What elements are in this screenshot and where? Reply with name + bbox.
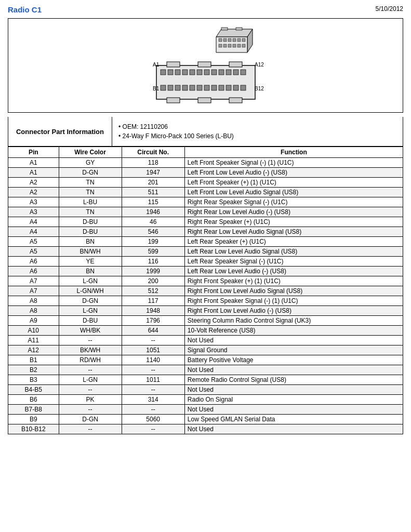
table-cell: 200 [122,276,184,286]
table-cell: D-GN [59,296,122,306]
table-cell: Right Rear Speaker Signal (-) (U1C) [184,197,403,207]
table-cell: L-GN [59,276,122,286]
table-cell: A2 [8,178,59,188]
svg-rect-23 [229,98,242,103]
oem-info: OEM: 12110206 24-Way F Micro-Pack 100 Se… [112,117,403,146]
table-row: A8D-GN117Right Front Speaker Signal (-) … [8,296,403,306]
table-row: A6BN1999Left Rear Low Level Audio (-) (U… [8,267,403,276]
table-cell: 1999 [122,267,184,276]
svg-rect-30 [204,70,209,75]
table-cell: A3 [8,197,59,207]
table-cell: 46 [122,217,184,227]
table-cell: 201 [122,178,184,188]
table-cell: 118 [122,158,184,168]
series-info: 24-Way F Micro-Pack 100 Series (L-BU) [118,132,396,140]
table-cell: Right Front Speaker (+) (1) (U1C) [184,276,403,286]
table-row: A7L-GN/WH512Right Front Low Level Audio … [8,286,403,296]
table-cell: 1051 [122,345,184,355]
table-cell: 644 [122,326,184,336]
table-cell: 512 [122,286,184,296]
table-cell: Right Front Low Level Audio Signal (US8) [184,286,403,296]
svg-rect-26 [175,70,180,75]
svg-rect-11 [228,44,231,47]
page-date: 5/10/2012 [376,5,403,12]
table-cell: Left Rear Low Level Audio Signal (US8) [184,247,403,257]
table-cell: BN [59,237,122,247]
table-cell: A4 [8,217,59,227]
table-cell: A8 [8,296,59,306]
table-cell: Left Front Low Level Audio (-) (US8) [184,168,403,178]
table-cell: A12 [8,345,59,355]
table-cell: B2 [8,365,59,375]
table-row: B2----Not Used [8,365,403,375]
table-cell: 511 [122,188,184,197]
svg-rect-36 [161,85,166,90]
table-cell: 599 [122,247,184,257]
table-row: B1RD/WH1140Battery Positive Voltage [8,355,403,365]
table-cell: Left Rear Low Level Audio (-) (US8) [184,267,403,276]
table-row: B6PK314Radio On Signal [8,395,403,405]
svg-rect-29 [197,70,202,75]
table-row: A11----Not Used [8,336,403,345]
table-cell: Low Speed GMLAN Serial Data [184,415,403,424]
table-cell: Right Front Speaker Signal (-) (1) (U1C) [184,296,403,306]
oem-number: OEM: 12110206 [118,123,396,130]
svg-rect-33 [226,70,231,75]
table-cell: TN [59,178,122,188]
col-pin: Pin [8,147,59,158]
table-row: B7-B8----Not Used [8,405,403,415]
table-cell: A7 [8,276,59,286]
svg-rect-4 [223,38,227,42]
table-cell: A10 [8,326,59,336]
svg-rect-10 [223,44,227,47]
table-cell: A1 [8,158,59,168]
table-cell: 117 [122,296,184,306]
svg-rect-39 [182,85,188,90]
table-cell: 1140 [122,355,184,365]
connector-diagram: A1 A12 B1 B12 [8,18,403,113]
table-row: A1GY118Left Front Speaker Signal (-) (1)… [8,158,403,168]
table-cell: BN [59,267,122,276]
svg-rect-47 [241,85,246,90]
col-circuit-no: Circuit No. [122,147,184,158]
table-cell: -- [122,385,184,395]
table-cell: Not Used [184,405,403,415]
table-cell: A8 [8,306,59,316]
table-cell: Radio On Signal [184,395,403,405]
table-row: A8L-GN1948Right Front Low Level Audio (-… [8,306,403,316]
table-row: A4D-BU46Right Rear Speaker (+) (U1C) [8,217,403,227]
svg-rect-44 [219,85,224,90]
svg-rect-5 [228,38,231,42]
table-cell: A3 [8,207,59,217]
table-row: A3L-BU115Right Rear Speaker Signal (-) (… [8,197,403,207]
table-row: A2TN511Left Front Low Level Audio Signal… [8,188,403,197]
svg-rect-8 [242,38,245,42]
svg-rect-28 [190,70,195,75]
table-cell: Signal Ground [184,345,403,355]
table-cell: A5 [8,247,59,257]
table-row: A1D-GN1947Left Front Low Level Audio (-)… [8,168,403,178]
table-cell: 5060 [122,415,184,424]
table-cell: Right Rear Low Level Audio Signal (US8) [184,227,403,237]
svg-rect-25 [168,70,173,75]
table-cell: Right Front Low Level Audio (-) (US8) [184,306,403,316]
svg-rect-31 [211,70,217,75]
table-cell: BN/WH [59,247,122,257]
table-row: A3TN1946Right Rear Low Level Audio (-) (… [8,207,403,217]
svg-rect-14 [242,44,245,47]
table-cell: B3 [8,375,59,385]
svg-rect-42 [204,85,209,90]
table-cell: L-BU [59,197,122,207]
table-cell: B1 [8,355,59,365]
table-cell: Not Used [184,336,403,345]
table-row: A6YE116Left Rear Speaker Signal (-) (U1C… [8,257,403,267]
col-function: Function [184,147,403,158]
table-cell: A6 [8,267,59,276]
table-cell: A9 [8,316,59,326]
svg-rect-18 [167,62,180,67]
table-cell: RD/WH [59,355,122,365]
table-cell: PK [59,395,122,405]
table-cell: 314 [122,395,184,405]
table-cell: -- [122,405,184,415]
table-cell: A2 [8,188,59,197]
